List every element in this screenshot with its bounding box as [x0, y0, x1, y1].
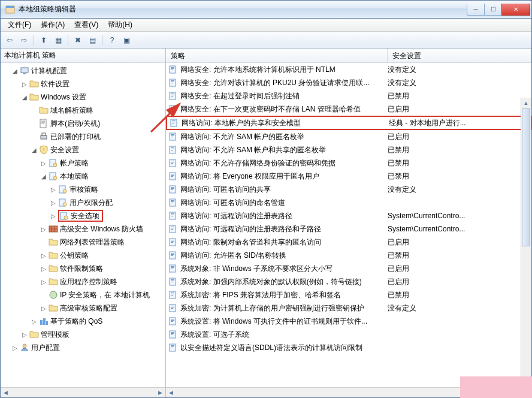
scroll-left-icon[interactable]: ◀ — [166, 388, 176, 397]
tree-item[interactable]: IP 安全策略，在 本地计算机 — [1, 288, 165, 301]
policy-row[interactable]: 系统设置: 可选子系统 — [166, 328, 531, 341]
policy-row[interactable]: 网络安全: 在下一次更改密码时不存储 LAN 管理器哈希值已启用 — [166, 102, 531, 116]
column-policy[interactable]: 策略 — [166, 49, 388, 62]
expand-icon[interactable]: ▷ — [49, 200, 58, 206]
expand-icon[interactable]: ▷ — [39, 160, 49, 167]
tree-hscrollbar[interactable]: ◀ ▶ — [1, 387, 165, 397]
svg-rect-97 — [171, 307, 174, 307]
policy-row[interactable]: 系统设置: 将 Windows 可执行文件中的证书规则用于软件... — [166, 315, 531, 328]
svg-rect-20 — [43, 318, 46, 325]
tree-item[interactable]: 脚本(启动/关机) — [1, 117, 165, 130]
tree-item[interactable]: 网络列表管理器策略 — [1, 236, 165, 249]
policy-row[interactable]: 以安全描述符定义语言(SDDL)语法表示的计算机访问限制 — [166, 341, 531, 354]
menu-view[interactable]: 查看(V) — [69, 19, 103, 31]
expand-icon[interactable]: ◢ — [10, 68, 20, 74]
tree-item[interactable]: ◢安全设置 — [1, 143, 165, 156]
policy-icon — [168, 224, 178, 234]
expand-icon[interactable]: ▷ — [39, 252, 49, 259]
refresh-button[interactable]: ▣ — [120, 34, 133, 47]
tree-item[interactable]: ▷软件设置 — [1, 77, 165, 91]
tree-item[interactable]: ▷安全选项 — [1, 209, 165, 222]
minimize-button[interactable]: ─ — [467, 4, 485, 16]
policy-row[interactable]: 系统对象: 非 Windows 子系统不要求区分大小写已启用 — [166, 262, 531, 275]
menu-help[interactable]: 帮助(H) — [103, 19, 137, 31]
tree-item[interactable]: 已部署的打印机 — [1, 130, 165, 143]
policy-row[interactable]: 网络访问: 限制对命名管道和共享的匿名访问已启用 — [166, 236, 531, 249]
menu-action[interactable]: 操作(A) — [36, 19, 69, 31]
expand-icon[interactable]: ▷ — [49, 213, 58, 219]
tree-item[interactable]: ▷帐户策略 — [1, 156, 165, 170]
show-hide-tree-button[interactable]: ▦ — [52, 34, 65, 47]
expand-icon[interactable]: ◢ — [39, 173, 49, 180]
policy-row[interactable]: 网络访问: 可远程访问的注册表路径System\CurrentContro... — [166, 209, 531, 222]
menu-file[interactable]: 文件(F) — [3, 19, 36, 31]
list-body[interactable]: 网络安全: 允许本地系统将计算机标识用于 NTLM没有定义网络安全: 允许对该计… — [166, 63, 531, 397]
policy-row[interactable]: 网络访问: 本地帐户的共享和安全模型经典 - 对本地用户进行... — [166, 116, 531, 130]
tree-item[interactable]: ▷公钥策略 — [1, 249, 165, 262]
svg-point-18 — [50, 291, 57, 298]
policy-row[interactable]: 系统加密: 为计算机上存储的用户密钥强制进行强密钥保护没有定义 — [166, 301, 531, 315]
expand-icon[interactable]: ◢ — [20, 94, 29, 101]
tree-item[interactable]: ▷应用程序控制策略 — [1, 275, 165, 288]
titlebar[interactable]: 本地组策略编辑器 ─ ☐ ✕ — [1, 1, 531, 19]
policy-row[interactable]: 网络访问: 不允许 SAM 帐户的匿名枚举已启用 — [166, 130, 531, 143]
expand-icon[interactable]: ▷ — [49, 186, 58, 193]
policy-name: 网络访问: 不允许存储网络身份验证的密码和凭据 — [180, 158, 388, 168]
policy-icon — [49, 158, 58, 168]
help-button[interactable]: ? — [105, 34, 119, 47]
up-button[interactable]: ⬆ — [37, 34, 50, 47]
expand-icon[interactable]: ▷ — [39, 305, 49, 312]
expand-icon[interactable]: ◢ — [29, 147, 39, 153]
policy-row[interactable]: 网络安全: 在超过登录时间后强制注销已禁用 — [166, 89, 531, 102]
policy-row[interactable]: 网络访问: 可匿名访问的共享没有定义 — [166, 183, 531, 196]
policy-row[interactable]: 网络访问: 可远程访问的注册表路径和子路径System\CurrentContr… — [166, 222, 531, 236]
tree-root[interactable]: ◢ 计算机配置 — [1, 64, 165, 77]
policy-row[interactable]: 网络访问: 不允许 SAM 帐户和共享的匿名枚举已禁用 — [166, 143, 531, 156]
svg-rect-62 — [171, 189, 173, 190]
tree-item[interactable]: ▷软件限制策略 — [1, 262, 165, 275]
policy-row[interactable]: 网络访问: 允许匿名 SID/名称转换已禁用 — [166, 249, 531, 262]
policy-row[interactable]: 系统对象: 加强内部系统对象的默认权限(例如，符号链接)已启用 — [166, 275, 531, 288]
forward-button[interactable]: ⇨ — [17, 34, 31, 47]
maximize-button[interactable]: ☐ — [484, 4, 502, 16]
scroll-up-icon[interactable]: ▲ — [521, 98, 531, 108]
delete-button[interactable]: ✖ — [71, 34, 84, 47]
tree-item[interactable]: ▷用户配置 — [1, 341, 165, 354]
tree-item[interactable]: ▷审核策略 — [1, 183, 165, 196]
close-button[interactable]: ✕ — [501, 4, 530, 16]
scroll-right-icon[interactable]: ▶ — [155, 388, 165, 397]
svg-point-22 — [23, 344, 26, 348]
tree-item[interactable]: ▷高级审核策略配置 — [1, 301, 165, 315]
expand-icon[interactable]: ▷ — [10, 345, 20, 351]
list-vscrollbar[interactable]: ▲ ▼ — [521, 98, 531, 383]
column-setting[interactable]: 安全设置 — [388, 49, 531, 62]
policy-row[interactable]: 网络访问: 将 Everyone 权限应用于匿名用户已禁用 — [166, 170, 531, 183]
expand-icon[interactable]: ▷ — [20, 331, 29, 338]
scroll-thumb[interactable] — [522, 108, 530, 246]
tree-item[interactable]: ◢本地策略 — [1, 170, 165, 183]
scroll-left-icon[interactable]: ◀ — [1, 388, 11, 397]
tree-body[interactable]: ◢ 计算机配置 ▷软件设置◢Windows 设置域名解析策略脚本(启动/关机)已… — [1, 63, 165, 397]
properties-button[interactable]: ▤ — [86, 34, 99, 47]
policy-row[interactable]: 网络访问: 可匿名访问的命名管道 — [166, 196, 531, 209]
policy-name: 系统设置: 将 Windows 可执行文件中的证书规则用于软件... — [180, 316, 388, 327]
expand-icon[interactable]: ▷ — [29, 318, 39, 325]
expand-icon[interactable]: ▷ — [39, 266, 49, 272]
back-button[interactable]: ⇦ — [3, 34, 16, 47]
expand-icon[interactable]: ▷ — [39, 279, 49, 285]
tree-item[interactable]: ◢Windows 设置 — [1, 91, 165, 104]
svg-rect-110 — [171, 348, 173, 348]
policy-row[interactable]: 网络安全: 允许对该计算机的 PKU2U 身份验证请求使用联...没有定义 — [166, 76, 531, 89]
expand-icon[interactable]: ▷ — [39, 226, 49, 233]
tree-item[interactable]: ▷高级安全 Windows 防火墙 — [1, 222, 165, 236]
tree-item[interactable]: ▷用户权限分配 — [1, 196, 165, 209]
expand-icon[interactable]: ▷ — [20, 81, 29, 88]
tree-item[interactable]: ▷管理模板 — [1, 328, 165, 341]
policy-row[interactable]: 系统加密: 将 FIPS 兼容算法用于加密、哈希和签名已禁用 — [166, 288, 531, 301]
policy-row[interactable]: 网络安全: 允许本地系统将计算机标识用于 NTLM没有定义 — [166, 63, 531, 76]
policy-row[interactable]: 网络访问: 不允许存储网络身份验证的密码和凭据已禁用 — [166, 156, 531, 170]
tree-item[interactable]: ▷基于策略的 QoS — [1, 315, 165, 328]
folder-icon — [49, 303, 58, 313]
tree-item[interactable]: 域名解析策略 — [1, 104, 165, 117]
policy-name: 网络安全: 允许本地系统将计算机标识用于 NTLM — [180, 65, 388, 75]
